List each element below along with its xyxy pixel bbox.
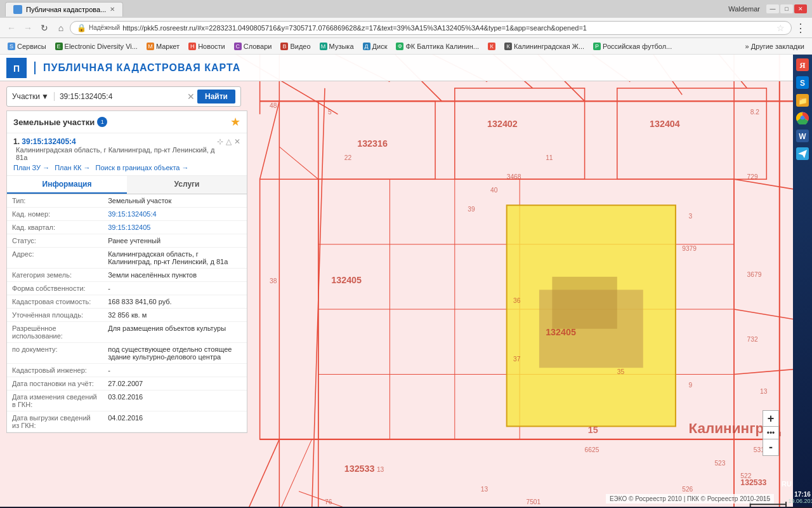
bookmark-fk-baltika[interactable]: Ф ФК Балтика Калинин... [392,41,483,51]
pkk-title: ПУБЛИЧНАЯ КАДАСТРОВАЯ КАРТА [43,62,240,74]
parcel-id-link[interactable]: 39:15:132405:4 [22,137,75,146]
search-boundaries-link[interactable]: Поиск в границах объекта → [96,164,189,171]
parcel-close-icon[interactable]: ✕ [234,137,240,161]
svg-text:15: 15 [588,425,598,435]
prop-key: Категория земель: [7,269,103,282]
parcel-move-icon[interactable]: ⊹ [217,137,223,161]
bookmark-kaliningrad[interactable]: К Калининградская Ж... [501,41,588,51]
chrome-icon[interactable] [795,110,810,126]
tab-title: Публичная кадастрова... [26,6,106,13]
title-bar-controls: Waldemar — □ ✕ [728,4,807,13]
prop-value: 32 856 кв. м [103,309,247,322]
zoom-controls: + ••• - [763,410,779,456]
telegram-icon[interactable] [795,146,810,161]
back-button[interactable]: ← [4,20,19,36]
search-bar: Участки ▼ ✕ Найти [6,86,241,107]
search-button[interactable]: Найти [197,90,235,104]
bookmark-news[interactable]: Н Новости [185,41,229,51]
svg-text:132402: 132402 [487,119,518,129]
search-dropdown[interactable]: Участки ▼ [12,92,55,101]
skype-icon[interactable]: S [795,75,810,90]
tab-close-button[interactable]: ✕ [110,6,115,13]
search-input[interactable] [60,92,185,101]
prop-key: Разрешённое использование: [7,322,103,343]
table-row: Дата постановки на учёт: 27.02.2007 [7,377,247,391]
table-row: Уточнённая площадь: 32 856 кв. м [7,309,247,322]
home-button[interactable]: ⌂ [53,20,69,36]
svg-text:13: 13 [760,388,768,395]
url-bar[interactable]: 🔒 Надёжный https://pkk5.rosreestr.ru/#x=… [70,21,792,35]
forward-button[interactable]: → [20,20,36,36]
browser-chrome: Публичная кадастрова... ✕ Waldemar — □ ✕… [0,0,812,55]
word-icon[interactable]: W [795,128,810,144]
info-panel-header: Земельные участки 1 ★ [7,111,247,133]
panel-badge: 1 [97,117,107,127]
browser-tab[interactable]: Публичная кадастрова... ✕ [5,2,123,17]
svg-text:W: W [799,132,806,141]
minimize-button[interactable]: — [766,4,779,13]
zoom-in-button[interactable]: + [763,410,779,427]
bookmark-video[interactable]: В Видео [277,41,314,51]
cad-number-link[interactable]: 39:15:132405:4 [108,210,156,218]
menu-button[interactable]: ⋮ [793,20,808,36]
zoom-out-button[interactable]: - [763,439,779,456]
cad-block-link[interactable]: 39:15:132405 [108,224,150,231]
tab-information[interactable]: Информация [7,176,127,194]
svg-rect-26 [552,277,617,329]
bookmark-music[interactable]: М Музыка [316,41,358,51]
bookmark-label-video: Видео [290,43,310,50]
search-clear-icon[interactable]: ✕ [187,91,195,102]
prop-value: 03.02.2016 [103,391,247,411]
svg-text:38: 38 [270,277,277,284]
bookmark-dictionary[interactable]: С Словари [230,41,276,51]
parcel-zoom-icon[interactable]: △ [226,137,232,161]
svg-text:13: 13 [377,466,384,473]
folder-icon[interactable]: 📁 [795,93,810,108]
plan-kk-link[interactable]: План КК → [55,164,90,171]
prop-value: Земли населённых пунктов [103,269,247,282]
svg-text:П: П [13,64,20,74]
yandex-icon[interactable]: Я [795,57,810,72]
table-row: Дата изменения сведений в ГКН: 03.02.201… [7,391,247,411]
plan-zu-link[interactable]: План ЗУ → [13,164,49,171]
bookmark-more[interactable]: » Другие закладки [742,41,808,51]
svg-text:36: 36 [513,297,521,304]
bookmark-football[interactable]: Р Российская футбол... [589,41,676,51]
parcel-number: 1. [13,137,20,146]
sidebar-date: 19.06.2017 [788,498,812,504]
bookmark-k[interactable]: К [484,41,499,51]
bookmark-disk[interactable]: Д Диск [359,41,391,51]
pkk-header: П ПУБЛИЧНАЯ КАДАСТРОВАЯ КАРТА [0,55,812,81]
bookmark-star-icon[interactable]: ☆ [776,23,785,33]
parcel-info: 1. 39:15:132405:4 Калининградская област… [13,137,217,161]
windows-sidebar: Я S 📁 [793,55,812,507]
svg-text:S: S [800,79,805,88]
table-row: Кадастровая стоимость: 168 833 841,60 ру… [7,295,247,309]
bookmark-market[interactable]: M Маркет [143,41,183,51]
svg-text:526: 526 [682,486,693,493]
bookmark-label-dictionary: Словари [244,43,272,50]
close-button[interactable]: ✕ [794,4,807,13]
bookmark-icon-servisy: S [8,43,15,50]
zoom-options-button[interactable]: ••• [763,427,779,439]
svg-text:132405: 132405 [546,327,576,337]
table-row: Кад. квартал: 39:15:132405 [7,221,247,234]
prop-value: 27.02.2007 [103,377,247,391]
bookmark-icon-video: В [280,43,288,50]
parcel-links: План ЗУ → План КК → Поиск в границах объ… [13,164,240,171]
maximize-button[interactable]: □ [780,4,793,13]
prop-key: Кад. квартал: [7,221,103,234]
panel-star-icon[interactable]: ★ [230,115,240,129]
svg-text:132405: 132405 [331,275,362,285]
svg-text:523: 523 [714,460,725,467]
bookmark-electronic[interactable]: E Electronic Diversity Vi... [51,41,141,51]
table-row: Кадастровый инженер: - [7,364,247,377]
table-row: Статус: Ранее учтенный [7,234,247,248]
bookmark-label-football: Российская футбол... [603,43,672,50]
info-panel: Земельные участки 1 ★ 1. 39:15:132405:4 … [6,110,247,433]
title-bar-left: Публичная кадастрова... ✕ [5,2,123,17]
bookmark-servisy[interactable]: S Сервисы [4,41,50,51]
tab-services[interactable]: Услуги [127,176,247,194]
reload-button[interactable]: ↻ [37,20,52,36]
table-row: Дата выгрузки сведений из ГКН: 04.02.201… [7,411,247,432]
